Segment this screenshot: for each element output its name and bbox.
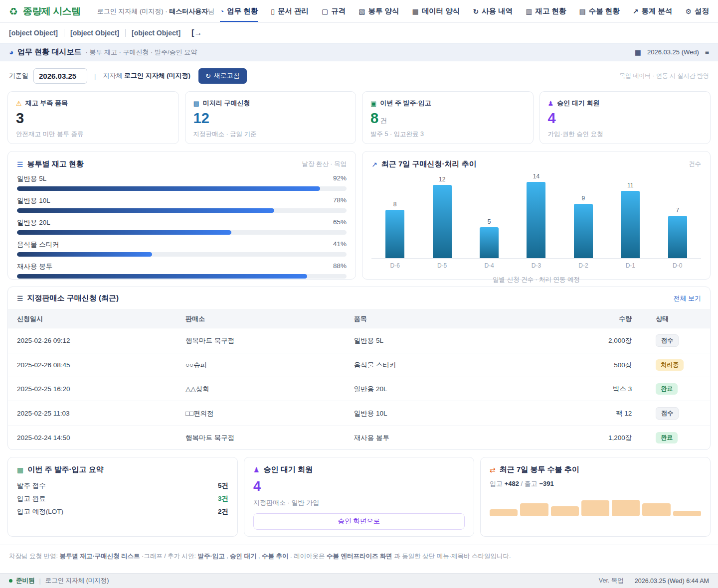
refresh-label: 새로고침: [214, 71, 240, 80]
status-badge: 처리중: [656, 359, 684, 371]
flow-card-title: 최근 7일 봉투 수불 추이: [500, 465, 579, 474]
nav-item[interactable]: ◔ 업무 현황: [220, 0, 258, 22]
user-name: 테스터사용자: [169, 7, 208, 15]
bar-value-label: 8: [393, 201, 397, 208]
progress-track: [17, 230, 347, 235]
cell-date: 2025-02-26 09:12: [8, 328, 177, 353]
sliders-icon[interactable]: ≡: [705, 48, 709, 56]
col-header-date: 신청일시: [8, 310, 177, 328]
authority-context: 지자체 로그인 지자체 (미지정): [103, 71, 190, 80]
envelope-flow-card: ⇄ 최근 7일 봉투 수불 추이 입고 +482 / 출고 −391: [480, 457, 711, 537]
separator: /: [519, 480, 525, 487]
refresh-button[interactable]: ↻ 새로고침: [198, 68, 247, 84]
cell-item: 재사용 봉투: [345, 426, 562, 450]
bar-value-label: 7: [676, 207, 679, 214]
status-dot: [9, 579, 12, 583]
flow-sparkline: [490, 495, 701, 516]
bar-column: 11: [607, 173, 654, 258]
view-link[interactable]: [object Object]: [125, 29, 186, 37]
stock-item-label: 일반용 5L: [17, 174, 46, 183]
kpi-label: 재고 부족 품목: [25, 99, 68, 108]
outbound-label: 출고: [525, 480, 538, 487]
nav-item[interactable]: ▥ 재고 현황: [526, 0, 566, 22]
cell-date: 2025-02-26 08:45: [8, 353, 177, 377]
user-check-icon: ♟: [253, 466, 260, 474]
requests-table: 신청일시 판매소 품목 수량 상태 2025-02-26 09:12 행복마트 …: [8, 309, 710, 449]
col-header-qty: 수량: [562, 310, 647, 328]
summary-row: 입고 완료 3건: [17, 492, 228, 505]
brand: ♻ 종량제 시스템 로그인 지자체 (미지정) · 테스터사용자님: [9, 5, 214, 18]
footnote-segment: 수불 추이: [262, 553, 288, 560]
progress-track: [17, 186, 347, 191]
progress-fill: [17, 252, 152, 257]
footnote-segment: ·그래프 / 추가 시안:: [142, 553, 198, 560]
approval-card-title: 승인 대기 회원: [264, 465, 313, 474]
line-chart-icon: ↗: [371, 160, 377, 168]
view-link[interactable]: [object Object]: [64, 29, 125, 37]
progress-fill: [17, 208, 274, 213]
nav-item-label: 재고 현황: [535, 6, 566, 16]
progress-fill: [17, 186, 320, 191]
user-suffix: 님: [208, 7, 214, 15]
base-date-input[interactable]: [33, 68, 87, 84]
go-to-approval-button[interactable]: 승인 화면으로: [253, 513, 465, 530]
version-label: Ver. 목업: [599, 577, 624, 585]
nav-item[interactable]: ⚙ 설정: [685, 0, 709, 22]
app-title: 종량제 시스템: [23, 5, 81, 18]
bar-value-label: 5: [488, 218, 491, 225]
footnote-segment: 승인 대기: [230, 553, 256, 560]
cell-status: 접수: [647, 401, 710, 426]
nav-item-label: 수불 현황: [589, 6, 620, 16]
cell-date: 2025-02-24 14:50: [8, 426, 177, 450]
bar-chart-plot: 8 12 5 14 9: [371, 173, 701, 259]
warning-icon: ⚠: [16, 100, 22, 107]
bar-column: 8: [371, 173, 418, 258]
status-datetime: 2026.03.25 (Wed) 6:44 AM: [635, 578, 709, 585]
see-all-link[interactable]: 전체 보기: [673, 294, 701, 303]
bar-list-icon: ☰: [17, 160, 23, 168]
summary-label: 발주 접수: [17, 481, 46, 490]
kpi-subtext: 발주 5 · 입고완료 3: [370, 130, 525, 139]
sparkline-bar: [520, 503, 548, 516]
footnote-segment: 발주·입고: [198, 553, 225, 560]
kpi-value: 4: [548, 111, 703, 127]
footnote-segment: 봉투별 재고·구매신청 리스트: [59, 553, 140, 560]
outbound-value: −391: [539, 480, 553, 487]
sparkline-bar: [581, 500, 609, 516]
x-axis-tick: D-5: [418, 262, 465, 269]
logout-icon[interactable]: [→: [191, 28, 202, 37]
nav-item[interactable]: ▤ 수불 현황: [579, 0, 619, 22]
table-row[interactable]: 2025-02-25 11:03 □□편의점 일반용 10L 팩 12 접수: [8, 401, 710, 426]
approval-subtext: 지정판매소 · 일반 가입: [253, 498, 465, 507]
stock-item-label: 음식물 스티커: [17, 240, 59, 249]
nav-item-label: 데이터 양식: [422, 6, 460, 16]
cell-store: 행복마트 북구점: [177, 328, 345, 353]
kpi-card: ▤ 미처리 구매신청 12 지정판매소 · 금일 기준: [185, 91, 357, 144]
table-row[interactable]: 2025-02-25 16:20 △△상회 일반용 20L 박스 3 완료: [8, 377, 710, 401]
nav-item[interactable]: ▢ 규격: [322, 0, 346, 22]
cell-status: 완료: [647, 377, 710, 401]
cell-item: 일반용 5L: [345, 328, 562, 353]
table-row[interactable]: 2025-02-24 14:50 행복마트 북구점 재사용 봉투 1,200장 …: [8, 426, 710, 450]
ledger-icon: ▤: [579, 7, 585, 15]
bottom-cards: ▦ 이번 주 발주·입고 요약 발주 접수 5건 입고 완료 3건 입고 예정(…: [0, 457, 718, 537]
nav-item[interactable]: ▯ 문서 관리: [271, 0, 309, 22]
nav-item[interactable]: ▧ 봉투 양식: [359, 0, 399, 22]
table-row[interactable]: 2025-02-26 09:12 행복마트 북구점 일반용 5L 2,000장 …: [8, 328, 710, 353]
nav-item[interactable]: ↗ 통계 분석: [633, 0, 673, 22]
x-axis-tick: D-2: [560, 262, 607, 269]
filter-row: 기준일 | 지자체 로그인 지자체 (미지정) ↻ 새로고침 목업 데이터 · …: [0, 61, 718, 90]
stats-icon: ↗: [633, 7, 639, 15]
envelope-stock-panel: ☰ 봉투별 재고 현황 낱장 환산 · 목업 일반용 5L 92% 일반용 10…: [7, 151, 356, 280]
nav-item[interactable]: ▦ 데이터 양식: [412, 0, 460, 22]
x-axis-tick: D-4: [466, 262, 513, 269]
view-link[interactable]: [object Object]: [9, 29, 64, 37]
nav-item[interactable]: ↻ 사용 내역: [473, 0, 513, 22]
boxes-icon: ▦: [17, 466, 23, 474]
nav-item-label: 설정: [695, 6, 709, 16]
table-row[interactable]: 2025-02-26 08:45 ○○슈퍼 음식물 스티커 500장 처리중: [8, 353, 710, 377]
stock-progress-row: 재사용 봉투 88%: [17, 262, 347, 279]
middle-panels: ☰ 봉투별 재고 현황 낱장 환산 · 목업 일반용 5L 92% 일반용 10…: [0, 151, 718, 280]
truck-icon: ▣: [370, 100, 376, 107]
summary-label: 입고 예정(LOT): [17, 507, 63, 516]
